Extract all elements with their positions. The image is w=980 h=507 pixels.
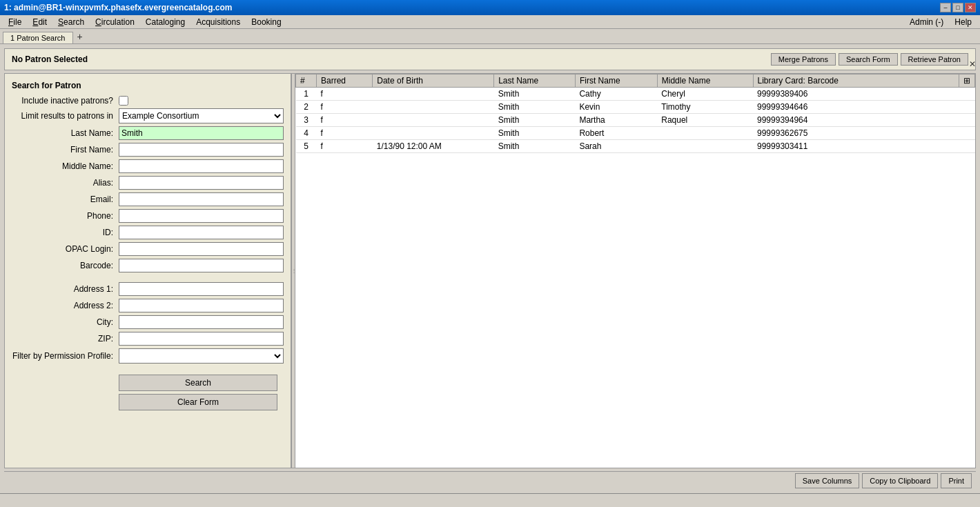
col-header-barcode[interactable]: Library Card: Barcode <box>753 74 959 88</box>
merge-patrons-button[interactable]: Merge Patrons <box>771 53 836 66</box>
col-header-lastname[interactable]: Last Name <box>494 74 576 88</box>
address2-label: Address 2: <box>12 301 119 310</box>
menu-acquisitions[interactable]: Acquisitions <box>190 17 246 28</box>
limit-results-select[interactable]: Example Consortium <box>119 108 284 123</box>
info-bar: No Patron Selected Merge Patrons Search … <box>4 48 976 70</box>
print-button[interactable]: Print <box>941 473 972 488</box>
menu-help[interactable]: Help <box>949 17 977 28</box>
col-header-barred[interactable]: Barred <box>317 74 373 88</box>
add-tab-button[interactable]: + <box>73 30 87 43</box>
cell-barcode: 99999362675 <box>753 127 959 140</box>
menu-cataloging[interactable]: Cataloging <box>140 17 190 28</box>
patron-search-tab[interactable]: 1 Patron Search <box>3 32 73 43</box>
id-input[interactable] <box>119 226 284 239</box>
cell-middlename: Cheryl <box>657 88 753 101</box>
cell-barred: f <box>317 101 373 114</box>
phone-input[interactable] <box>119 209 284 223</box>
cell-expand <box>959 140 975 153</box>
col-expand-icon[interactable]: ⊞ <box>959 74 975 88</box>
retrieve-patron-button[interactable]: Retrieve Patron <box>901 53 968 66</box>
save-columns-button[interactable]: Save Columns <box>795 473 860 488</box>
cell-dob <box>373 114 494 127</box>
last-name-input[interactable] <box>119 126 284 140</box>
middle-name-label: Middle Name: <box>12 161 119 171</box>
barcode-input[interactable] <box>119 259 284 272</box>
results-body: 1 f Smith Cathy Cheryl 99999389406 2 f S… <box>296 88 975 153</box>
include-inactive-row: Include inactive patrons? <box>12 96 284 106</box>
cell-lastname: Smith <box>494 88 576 101</box>
last-name-label: Last Name: <box>12 128 119 138</box>
search-buttons: Search Clear Form <box>12 375 284 410</box>
menu-file[interactable]: File <box>3 17 27 28</box>
col-header-num[interactable]: # <box>296 74 317 88</box>
city-row: City: <box>12 315 284 329</box>
barcode-row: Barcode: <box>12 259 284 272</box>
minimize-button[interactable]: – <box>940 3 951 12</box>
opac-login-label: OPAC Login: <box>12 244 119 254</box>
search-form-title: Search for Patron <box>12 81 284 90</box>
cell-lastname: Smith <box>494 114 576 127</box>
address1-input[interactable] <box>119 282 284 296</box>
main-content: No Patron Selected Merge Patrons Search … <box>0 44 980 493</box>
cell-dob <box>373 127 494 140</box>
menu-circulation[interactable]: Circulation <box>90 17 140 28</box>
address2-input[interactable] <box>119 299 284 312</box>
maximize-button[interactable]: □ <box>952 3 963 12</box>
title-bar-text: 1: admin@BR1-winxpvmfx.phasefx.evergreen… <box>4 3 232 12</box>
cell-num: 3 <box>296 114 317 127</box>
menu-search[interactable]: Search <box>52 17 90 28</box>
title-bar: 1: admin@BR1-winxpvmfx.phasefx.evergreen… <box>0 0 980 15</box>
alias-label: Alias: <box>12 178 119 188</box>
menu-bar: File Edit Search Circulation Cataloging … <box>0 15 980 29</box>
cell-num: 1 <box>296 88 317 101</box>
middle-name-input[interactable] <box>119 159 284 173</box>
alias-input[interactable] <box>119 176 284 190</box>
close-button[interactable]: ✕ <box>965 3 976 12</box>
col-header-middlename[interactable]: Middle Name <box>657 74 753 88</box>
cell-barred: f <box>317 88 373 101</box>
table-row[interactable]: 4 f Smith Robert 99999362675 <box>296 127 975 140</box>
title-bar-controls: – □ ✕ <box>940 3 976 12</box>
menu-edit[interactable]: Edit <box>27 17 52 28</box>
barcode-label: Barcode: <box>12 261 119 270</box>
cell-middlename: Timothy <box>657 101 753 114</box>
table-row[interactable]: 5 f 1/13/90 12:00 AM Smith Sarah 9999930… <box>296 140 975 153</box>
opac-login-input[interactable] <box>119 242 284 256</box>
tab-label: 1 Patron Search <box>10 34 66 42</box>
zip-input[interactable] <box>119 332 284 346</box>
permission-profile-select[interactable] <box>119 348 284 364</box>
menu-admin[interactable]: Admin (-) <box>904 17 949 28</box>
copy-clipboard-button[interactable]: Copy to Clipboard <box>862 473 938 488</box>
col-header-dob[interactable]: Date of Birth <box>373 74 494 88</box>
id-label: ID: <box>12 228 119 237</box>
cell-num: 4 <box>296 127 317 140</box>
id-row: ID: <box>12 226 284 239</box>
city-label: City: <box>12 317 119 327</box>
tab-close-icon[interactable]: ✕ <box>969 59 976 69</box>
cell-middlename <box>657 140 753 153</box>
cell-firstname: Sarah <box>575 140 657 153</box>
cell-dob: 1/13/90 12:00 AM <box>373 140 494 153</box>
table-row[interactable]: 3 f Smith Martha Raquel 99999394964 <box>296 114 975 127</box>
cell-barcode: 99999389406 <box>753 88 959 101</box>
no-patron-label: No Patron Selected <box>12 54 88 64</box>
zip-row: ZIP: <box>12 332 284 346</box>
cell-firstname: Kevin <box>575 101 657 114</box>
table-row[interactable]: 2 f Smith Kevin Timothy 99999394646 <box>296 101 975 114</box>
first-name-input[interactable] <box>119 143 284 157</box>
include-inactive-checkbox[interactable] <box>119 96 128 106</box>
search-button[interactable]: Search <box>119 375 277 391</box>
email-input[interactable] <box>119 192 284 206</box>
tab-bar: 1 Patron Search + <box>0 29 980 44</box>
phone-label: Phone: <box>12 211 119 221</box>
cell-middlename <box>657 127 753 140</box>
tab-wrapper: 1 Patron Search + ✕ <box>0 29 980 44</box>
menu-booking[interactable]: Booking <box>246 17 286 28</box>
table-row[interactable]: 1 f Smith Cathy Cheryl 99999389406 <box>296 88 975 101</box>
cell-dob <box>373 101 494 114</box>
cell-barcode: 99999303411 <box>753 140 959 153</box>
col-header-firstname[interactable]: First Name <box>575 74 657 88</box>
search-form-button[interactable]: Search Form <box>839 53 898 66</box>
city-input[interactable] <box>119 315 284 329</box>
clear-form-button[interactable]: Clear Form <box>119 394 277 410</box>
